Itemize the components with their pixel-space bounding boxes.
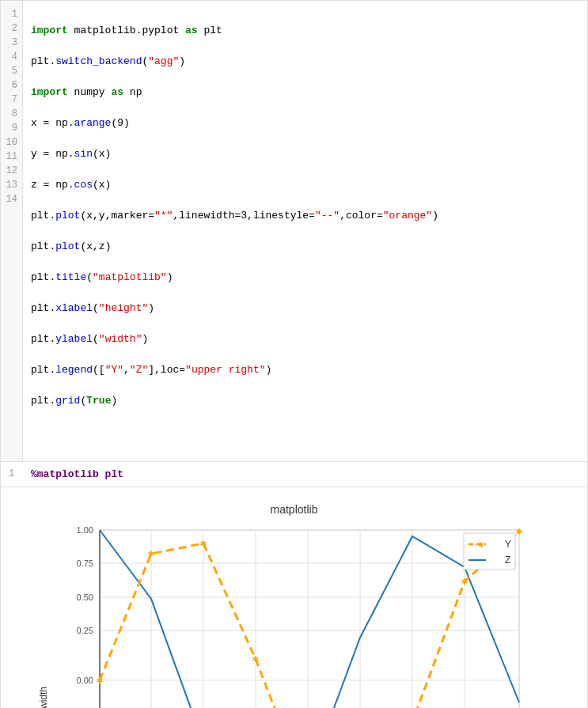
svg-text:✱: ✱ [96,674,103,687]
chart-inner: 1.00 0.75 0.50 0.25 0.00 -0.25 -0.50 -0.… [52,522,551,709]
svg-text:✱: ✱ [147,547,154,560]
output-cell: matplotlib width [1,487,587,709]
svg-text:1.00: 1.00 [76,525,93,535]
svg-text:✱: ✱ [199,537,207,550]
svg-text:✱: ✱ [252,653,259,665]
line-numbers: 12345 678910 11121314 [1,1,23,461]
notebook-container: 12345 678910 11121314 import matplotlib.… [0,0,588,708]
svg-rect-0 [100,530,519,709]
svg-text:Z: Z [505,555,510,566]
y-axis-label: width [38,687,49,708]
svg-text:0.25: 0.25 [76,626,93,635]
svg-text:0.50: 0.50 [76,593,93,602]
code-cell-1[interactable]: 12345 678910 11121314 import matplotlib.… [1,1,587,462]
magic-cell[interactable]: 1 %matplotlib plt [1,462,587,487]
svg-text:✱: ✱ [478,540,484,551]
magic-command: %matplotlib plt [31,468,123,480]
chart-wrapper: matplotlib width [9,495,579,709]
magic-line-number: 1 [9,468,25,480]
svg-text:✱: ✱ [515,525,522,538]
chart-title: matplotlib [271,503,318,516]
svg-text:✱: ✱ [461,575,468,588]
code-editor[interactable]: import matplotlib.pyplot as plt plt.swit… [23,1,587,461]
chart-area: width [38,522,551,709]
chart-svg: 1.00 0.75 0.50 0.25 0.00 -0.25 -0.50 -0.… [52,522,551,709]
svg-text:0.00: 0.00 [76,676,93,685]
svg-text:Y: Y [505,539,511,550]
svg-text:0.75: 0.75 [76,558,93,568]
